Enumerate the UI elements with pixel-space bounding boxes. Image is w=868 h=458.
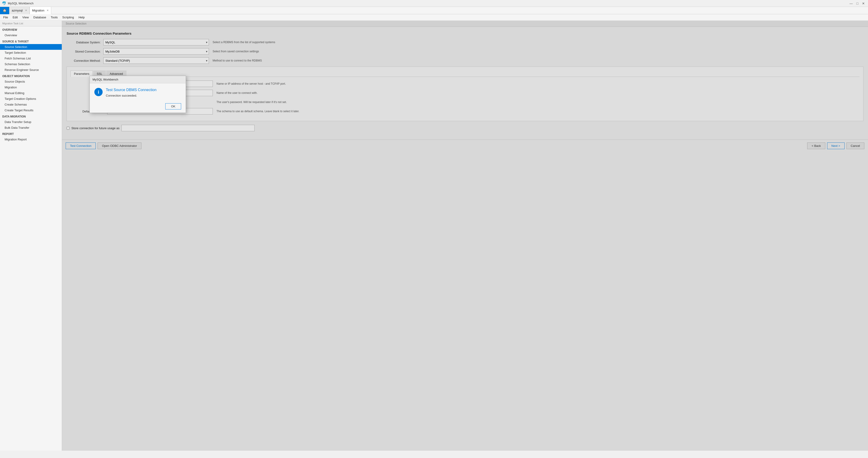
tab-migration-label: Migration	[32, 9, 44, 12]
menu-view[interactable]: View	[20, 15, 31, 20]
sidebar-item-schemas-selection[interactable]: Schemas Selection	[0, 61, 62, 67]
modal-info-icon: i	[94, 88, 103, 96]
tab-azmysql-close[interactable]: ✕	[25, 9, 27, 12]
modal-header: MySQL Workbench	[90, 76, 186, 83]
main-layout: Migration Task List OVERVIEW Overview SO…	[0, 21, 868, 451]
sidebar-item-target-creation[interactable]: Target Creation Options	[0, 96, 62, 102]
modal-content: Test Source DBMS Connection Connection s…	[106, 88, 181, 97]
sidebar-item-reverse-engineer[interactable]: Reverse Engineer Source	[0, 67, 62, 73]
sidebar-item-fetch-schemas[interactable]: Fetch Schemas List	[0, 56, 62, 61]
sidebar-item-create-target-results[interactable]: Create Target Results	[0, 107, 62, 113]
maximize-button[interactable]: □	[855, 1, 860, 6]
menu-database[interactable]: Database	[31, 15, 49, 20]
sidebar-item-target-selection[interactable]: Target Selection	[0, 50, 62, 56]
content-area: Source Selection Source RDBMS Connection…	[62, 21, 868, 451]
tab-azmysql-label: azmysql	[12, 9, 23, 12]
modal-message: Connection succeeded.	[106, 94, 181, 97]
sidebar-section-data-migration: DATA MIGRATION	[0, 113, 62, 119]
title-bar: 🐬 MySQL Workbench — □ ✕	[0, 0, 868, 7]
app-title: MySQL Workbench	[8, 2, 33, 5]
tab-azmysql[interactable]: azmysql ✕	[9, 7, 30, 14]
menu-bar: File Edit View Database Tools Scripting …	[0, 14, 868, 21]
modal-title: Test Source DBMS Connection	[106, 88, 181, 92]
sidebar-item-source-selection[interactable]: Source Selection	[0, 44, 62, 50]
menu-help[interactable]: Help	[76, 15, 87, 20]
menu-file[interactable]: File	[1, 15, 10, 20]
sidebar-section-overview: OVERVIEW	[0, 26, 62, 32]
menu-tools[interactable]: Tools	[49, 15, 60, 20]
modal-overlay: MySQL Workbench i Test Source DBMS Conne…	[62, 21, 868, 451]
sidebar-header: Migration Task List	[0, 21, 62, 26]
modal-dialog: MySQL Workbench i Test Source DBMS Conne…	[90, 76, 186, 113]
sidebar-section-source-target: SOURCE & TARGET	[0, 38, 62, 44]
sidebar-section-object-migration: OBJECT MIGRATION	[0, 73, 62, 79]
sidebar-section-report: REPORT	[0, 131, 62, 136]
sidebar-item-manual-editing[interactable]: Manual Editing	[0, 90, 62, 96]
sidebar-item-migration-report[interactable]: Migration Report	[0, 136, 62, 142]
sidebar-item-data-transfer[interactable]: Data Transfer Setup	[0, 119, 62, 125]
minimize-button[interactable]: —	[848, 1, 854, 6]
sidebar-item-migration[interactable]: Migration	[0, 85, 62, 90]
modal-footer: OK	[90, 101, 186, 113]
sidebar-item-source-objects[interactable]: Source Objects	[0, 79, 62, 85]
home-tab[interactable]: 🏠	[0, 7, 9, 14]
modal-ok-button[interactable]: OK	[165, 103, 181, 109]
modal-body: i Test Source DBMS Connection Connection…	[90, 83, 186, 101]
tab-bar: 🏠 azmysql ✕ Migration ✕	[0, 7, 868, 14]
window-controls: — □ ✕	[848, 1, 866, 6]
close-button[interactable]: ✕	[861, 1, 866, 6]
menu-scripting[interactable]: Scripting	[60, 15, 76, 20]
tab-migration[interactable]: Migration ✕	[30, 7, 51, 14]
sidebar-item-overview[interactable]: Overview	[0, 32, 62, 38]
menu-edit[interactable]: Edit	[10, 15, 20, 20]
app-icon: 🐬	[2, 1, 6, 5]
sidebar: Migration Task List OVERVIEW Overview SO…	[0, 21, 62, 451]
tab-migration-close[interactable]: ✕	[46, 9, 49, 12]
sidebar-item-create-schemas[interactable]: Create Schemas	[0, 102, 62, 107]
sidebar-item-bulk-transfer[interactable]: Bulk Data Transfer	[0, 125, 62, 131]
